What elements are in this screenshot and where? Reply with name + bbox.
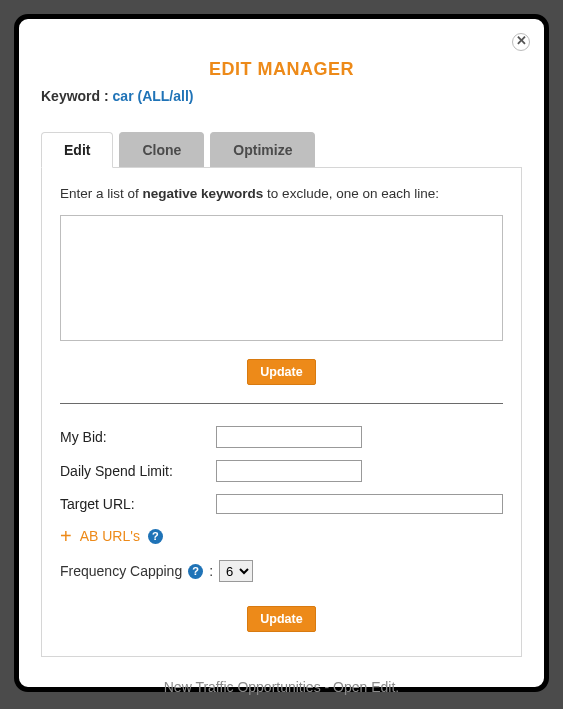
colon: :	[209, 563, 213, 579]
help-icon[interactable]: ?	[148, 529, 163, 544]
instr-post: to exclude, one on each line:	[263, 186, 439, 201]
frequency-capping-select[interactable]: 6	[219, 560, 253, 582]
tab-clone[interactable]: Clone	[119, 132, 204, 168]
edit-manager-modal: ✕ EDIT MANAGER Keyword : car (ALL/all) E…	[14, 14, 549, 692]
my-bid-row: My Bid:	[60, 426, 503, 448]
tab-edit[interactable]: Edit	[41, 132, 113, 168]
target-url-input[interactable]	[216, 494, 503, 514]
divider	[60, 403, 503, 404]
target-url-label: Target URL:	[60, 496, 216, 512]
target-url-row: Target URL:	[60, 494, 503, 514]
negative-keywords-input[interactable]	[60, 215, 503, 341]
modal-title: EDIT MANAGER	[41, 59, 522, 80]
my-bid-input[interactable]	[216, 426, 362, 448]
update-negative-button[interactable]: Update	[247, 359, 315, 385]
keyword-link[interactable]: car (ALL/all)	[113, 88, 194, 104]
frequency-capping-row: Frequency Capping ?: 6	[60, 560, 503, 582]
plus-icon: +	[60, 526, 72, 546]
update-settings-button[interactable]: Update	[247, 606, 315, 632]
tabs: Edit Clone Optimize	[41, 132, 522, 168]
my-bid-label: My Bid:	[60, 429, 216, 445]
ab-urls-row[interactable]: + AB URL's ?	[60, 526, 503, 546]
daily-limit-input[interactable]	[216, 460, 362, 482]
footer-text: New Traffic Opportunities - Open Edit.	[41, 679, 522, 695]
keyword-label: Keyword :	[41, 88, 113, 104]
negative-keywords-instruction: Enter a list of negative keywords to exc…	[60, 186, 503, 201]
ab-urls-link[interactable]: AB URL's	[80, 528, 140, 544]
daily-limit-row: Daily Spend Limit:	[60, 460, 503, 482]
keyword-line: Keyword : car (ALL/all)	[41, 88, 522, 104]
daily-limit-label: Daily Spend Limit:	[60, 463, 216, 479]
frequency-capping-label: Frequency Capping	[60, 563, 182, 579]
tab-optimize[interactable]: Optimize	[210, 132, 315, 168]
close-icon[interactable]: ✕	[512, 33, 530, 51]
help-icon[interactable]: ?	[188, 564, 203, 579]
instr-pre: Enter a list of	[60, 186, 143, 201]
instr-bold: negative keywords	[143, 186, 264, 201]
edit-panel: Enter a list of negative keywords to exc…	[41, 167, 522, 657]
